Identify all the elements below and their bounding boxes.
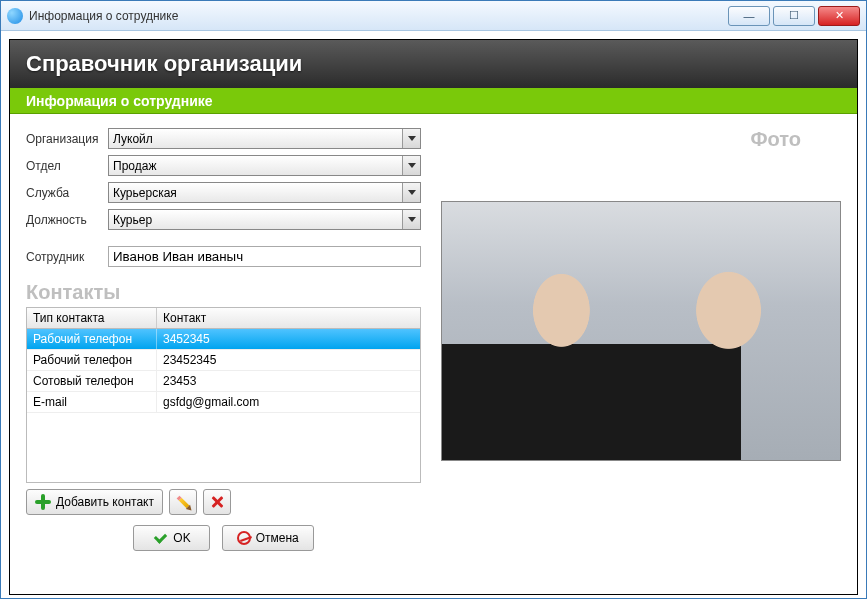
check-icon (152, 530, 168, 546)
pencil-icon (177, 496, 190, 509)
cell-value: 23452345 (157, 350, 420, 370)
org-label: Организация (26, 132, 108, 146)
chevron-down-icon[interactable] (402, 210, 420, 229)
cancel-button[interactable]: Отмена (222, 525, 314, 551)
cancel-icon (237, 531, 251, 545)
chevron-down-icon[interactable] (402, 129, 420, 148)
employee-label: Сотрудник (26, 250, 108, 264)
window-title: Информация о сотруднике (29, 9, 728, 23)
cell-type: Рабочий телефон (27, 350, 157, 370)
position-dropdown[interactable]: Курьер (108, 209, 421, 230)
position-value: Курьер (113, 213, 152, 227)
app-icon (7, 8, 23, 24)
cell-type: E-mail (27, 392, 157, 412)
table-row[interactable]: Сотовый телефон23453 (27, 371, 420, 392)
close-button[interactable]: ✕ (818, 6, 860, 26)
edit-contact-button[interactable] (169, 489, 197, 515)
cancel-label: Отмена (256, 531, 299, 545)
employee-input[interactable] (108, 246, 421, 267)
titlebar[interactable]: Информация о сотруднике — ☐ ✕ (1, 1, 866, 31)
org-dropdown[interactable]: Лукойл (108, 128, 421, 149)
chevron-down-icon[interactable] (402, 156, 420, 175)
dept-label: Отдел (26, 159, 108, 173)
dialog-body: Справочник организации Информация о сотр… (9, 39, 858, 595)
ok-button[interactable]: OK (133, 525, 209, 551)
page-title: Справочник организации (10, 40, 857, 88)
contacts-grid[interactable]: Тип контакта Контакт Рабочий телефон3452… (26, 307, 421, 483)
org-value: Лукойл (113, 132, 153, 146)
delete-icon (209, 494, 225, 510)
grid-header: Тип контакта Контакт (27, 308, 420, 329)
ok-label: OK (173, 531, 190, 545)
service-label: Служба (26, 186, 108, 200)
cell-type: Сотовый телефон (27, 371, 157, 391)
position-label: Должность (26, 213, 108, 227)
cell-value: gsfdg@gmail.com (157, 392, 420, 412)
cell-type: Рабочий телефон (27, 329, 157, 349)
add-contact-button[interactable]: Добавить контакт (26, 489, 163, 515)
col-type[interactable]: Тип контакта (27, 308, 157, 328)
employee-photo[interactable] (441, 201, 841, 461)
window-frame: Информация о сотруднике — ☐ ✕ Справочник… (0, 0, 867, 599)
photo-title: Фото (750, 128, 801, 151)
chevron-down-icon[interactable] (402, 183, 420, 202)
minimize-button[interactable]: — (728, 6, 770, 26)
col-value[interactable]: Контакт (157, 308, 420, 328)
contacts-title: Контакты (26, 281, 421, 304)
maximize-button[interactable]: ☐ (773, 6, 815, 26)
cell-value: 23453 (157, 371, 420, 391)
page-subtitle: Информация о сотруднике (10, 88, 857, 114)
table-row[interactable]: E-mailgsfdg@gmail.com (27, 392, 420, 413)
window-controls: — ☐ ✕ (728, 6, 860, 26)
service-value: Курьерская (113, 186, 177, 200)
plus-icon (35, 494, 51, 510)
add-contact-label: Добавить контакт (56, 495, 154, 509)
delete-contact-button[interactable] (203, 489, 231, 515)
table-row[interactable]: Рабочий телефон23452345 (27, 350, 420, 371)
dept-value: Продаж (113, 159, 156, 173)
cell-value: 3452345 (157, 329, 420, 349)
dept-dropdown[interactable]: Продаж (108, 155, 421, 176)
service-dropdown[interactable]: Курьерская (108, 182, 421, 203)
table-row[interactable]: Рабочий телефон3452345 (27, 329, 420, 350)
